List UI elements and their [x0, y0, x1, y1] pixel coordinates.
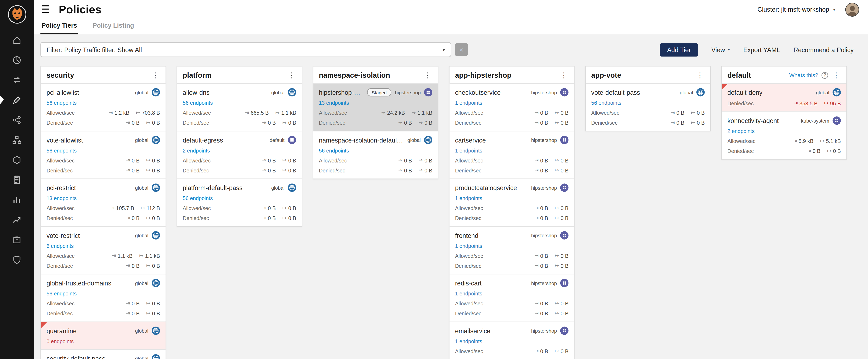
policy-card[interactable]: default-deny global Denied/sec ⇥353.5 B … — [722, 83, 846, 111]
workloads-icon[interactable] — [0, 149, 34, 169]
dashboards-icon[interactable] — [0, 50, 34, 70]
allowed-metric-row: Allowed/sec ⇥0 B ↦0 B — [46, 158, 160, 164]
policy-scope: global — [135, 232, 148, 238]
policy-card[interactable]: checkoutservice hipstershop 1 endpoints … — [450, 83, 574, 131]
tier-menu-icon[interactable]: ⋮ — [695, 71, 705, 79]
endpoints-link[interactable]: 56 endpoints — [46, 100, 160, 106]
recommend-policy-button[interactable]: Recommend a Policy — [794, 46, 854, 53]
allowed-out-value: 5.1 kB — [826, 138, 841, 144]
endpoints-link[interactable]: 6 endpoints — [46, 243, 160, 249]
allowed-in-value: 0 B — [268, 205, 276, 211]
policy-card[interactable]: security-default-pass global — [41, 349, 165, 359]
tier-menu-icon[interactable]: ⋮ — [832, 71, 841, 79]
endpoints-link[interactable]: 56 endpoints — [319, 147, 432, 154]
view-dropdown[interactable]: View ▾ — [711, 46, 730, 53]
threat-defense-icon[interactable] — [0, 250, 34, 270]
endpoints-link[interactable]: 13 endpoints — [319, 100, 432, 106]
denied-out-value: 96 B — [830, 100, 841, 106]
policy-card[interactable]: vote-default-pass global 56 endpoints Al… — [586, 83, 710, 131]
policy-traffic-filter-select[interactable]: Filter: Policy Traffic filter: Show All … — [40, 42, 451, 57]
allowed-metric-row: Allowed/sec ⇥0 B ↦0 B — [455, 253, 568, 259]
policy-card[interactable]: pci-restrict global 13 endpoints Allowed… — [41, 178, 165, 226]
endpoints-link[interactable]: 56 endpoints — [46, 291, 160, 297]
denied-out-value: 0 B — [152, 263, 160, 269]
endpoints-icon[interactable] — [0, 229, 34, 250]
policy-card[interactable]: vote-restrict global 6 endpoints Allowed… — [41, 226, 165, 274]
policy-card[interactable]: cartservice hipstershop 1 endpoints Allo… — [450, 131, 574, 178]
endpoints-link[interactable]: 1 endpoints — [455, 147, 568, 154]
policy-card[interactable]: vote-allowlist global 56 endpoints Allow… — [41, 131, 165, 178]
egress-icon: ↦ — [555, 158, 559, 163]
policy-card[interactable]: quarantine global 0 endpoints — [41, 322, 165, 349]
endpoints-link[interactable]: 56 endpoints — [183, 100, 296, 106]
home-icon[interactable] — [0, 30, 34, 50]
endpoints-link[interactable]: 2 endpoints — [727, 128, 841, 134]
policy-card[interactable]: konnectivity-agent kube-system 2 endpoin… — [722, 111, 846, 159]
policy-card[interactable]: global-trusted-domains global 56 endpoin… — [41, 274, 165, 322]
endpoints-link[interactable]: 13 endpoints — [46, 195, 160, 201]
policy-card[interactable]: platform-default-pass global 56 endpoint… — [177, 178, 302, 226]
cluster-selector[interactable]: Cluster: jlt-msft-workshop ▾ — [757, 6, 835, 13]
endpoints-link[interactable]: 1 endpoints — [455, 291, 568, 297]
endpoints-link[interactable]: 2 endpoints — [183, 147, 296, 154]
tab-policy-listing[interactable]: Policy Listing — [92, 19, 135, 34]
tier-menu-icon[interactable]: ⋮ — [559, 71, 568, 79]
policy-card[interactable]: namespace-isolation-default-p... global … — [313, 131, 438, 178]
policy-card[interactable]: emailservice hipstershop 1 endpoints All… — [450, 322, 574, 359]
flows-icon[interactable] — [0, 70, 34, 90]
add-tier-button[interactable]: Add Tier — [660, 43, 698, 56]
menu-icon[interactable]: ☰ — [41, 4, 50, 14]
avatar[interactable] — [845, 2, 859, 17]
policy-card[interactable]: redis-cart hipstershop 1 endpoints Allow… — [450, 274, 574, 322]
policy-name: platform-default-pass — [183, 184, 268, 191]
egress-icon: ↦ — [146, 158, 150, 163]
endpoints-link[interactable]: 0 endpoints — [46, 338, 160, 344]
policy-card[interactable]: frontend hipstershop 1 endpoints Allowed… — [450, 226, 574, 274]
policies-icon[interactable] — [0, 90, 34, 110]
nodes-icon[interactable] — [0, 110, 34, 130]
policy-card[interactable]: default-egress default 2 endpoints Allow… — [177, 131, 302, 178]
policy-name: vote-default-pass — [591, 89, 677, 95]
ingress-icon: ⇥ — [262, 216, 266, 221]
clear-filter-button[interactable]: × — [455, 43, 468, 56]
endpoints-link[interactable]: 56 endpoints — [46, 147, 160, 154]
tier-column: app-hipstershop ⋮ checkoutservice hipste… — [449, 66, 575, 359]
allowed-metric-row: Allowed/sec ⇥105.7 B ↦112 B — [46, 205, 160, 211]
tier-menu-icon[interactable]: ⋮ — [151, 71, 160, 79]
endpoints-link[interactable]: 56 endpoints — [591, 100, 705, 106]
allowed-in-value: 0 B — [132, 300, 140, 306]
chevron-down-icon: ▾ — [442, 47, 445, 52]
reports-icon[interactable] — [0, 190, 34, 210]
policy-card[interactable]: productcatalogservice hipstershop 1 endp… — [450, 178, 574, 226]
tier-column: security ⋮ pci-allowlist global 56 endpo… — [40, 66, 166, 359]
endpoints-link[interactable]: 56 endpoints — [183, 195, 296, 201]
policy-card[interactable]: allow-dns global 56 endpoints Allowed/se… — [177, 83, 302, 131]
egress-icon: ↦ — [146, 263, 150, 268]
denied-in-value: 0 B — [677, 120, 684, 126]
denied-label: Denied/sec — [183, 215, 209, 221]
endpoints-link[interactable]: 1 endpoints — [455, 338, 568, 344]
policy-name: productcatalogservice — [455, 184, 528, 191]
tier-menu-icon[interactable]: ⋮ — [287, 71, 296, 79]
egress-icon: ↦ — [146, 120, 150, 125]
policy-card[interactable]: pci-allowlist global 56 endpoints Allowe… — [41, 83, 165, 131]
policy-card[interactable]: hipstershop-gh... Staged hipstershop 13 … — [313, 83, 438, 131]
whats-this-link[interactable]: Whats this? — [789, 72, 818, 78]
endpoints-link[interactable]: 1 endpoints — [455, 100, 568, 106]
calico-logo[interactable] — [7, 4, 27, 24]
help-icon[interactable]: ? — [822, 72, 828, 79]
tab-policy-tiers[interactable]: Policy Tiers — [40, 19, 78, 34]
compliance-icon[interactable] — [0, 170, 34, 190]
endpoints-link[interactable]: 1 endpoints — [455, 243, 568, 249]
export-yaml-button[interactable]: Export YAML — [743, 46, 780, 53]
ingress-icon: ⇥ — [262, 158, 266, 163]
service-graph-icon[interactable] — [0, 130, 34, 149]
tier-name: platform — [183, 71, 212, 79]
denied-metric-row: Denied/sec ⇥0 B ↦0 B — [183, 167, 296, 173]
tier-menu-icon[interactable]: ⋮ — [423, 71, 432, 79]
allowed-in-value: 0 B — [268, 158, 276, 164]
denied-in-value: 0 B — [132, 310, 140, 316]
allowed-label: Allowed/sec — [455, 253, 483, 259]
endpoints-link[interactable]: 1 endpoints — [455, 195, 568, 201]
activity-icon[interactable] — [0, 210, 34, 229]
